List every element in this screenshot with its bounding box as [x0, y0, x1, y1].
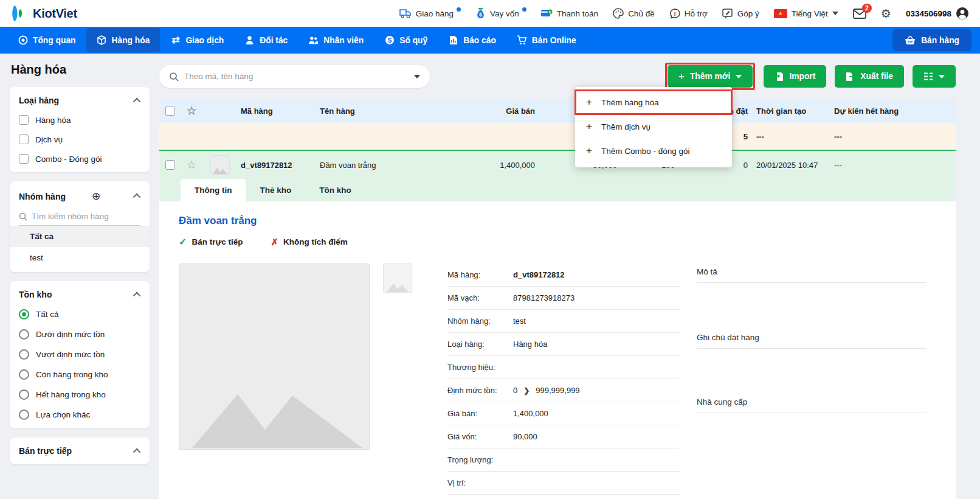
detail-right-fields: Mô tả Ghi chú đặt hàng Nhà cung cấp: [697, 263, 927, 495]
radio-in-stock[interactable]: Còn hàng trong kho: [19, 369, 140, 380]
tab-ton-kho[interactable]: Tồn kho: [305, 179, 365, 201]
select-all-checkbox[interactable]: [165, 106, 175, 116]
radio-over-max[interactable]: Vượt định mức tồn: [19, 349, 140, 360]
product-search-input[interactable]: [184, 72, 409, 81]
export-icon: [846, 72, 855, 82]
column-header-created[interactable]: Thời gian tạo: [754, 106, 832, 116]
tab-thong-tin[interactable]: Thông tin: [181, 179, 246, 201]
feedback-icon: [722, 9, 733, 19]
radio-stock-all[interactable]: Tất cả: [19, 309, 140, 319]
table-row-selected-product[interactable]: ☆ d_vt89172812 Đầm voan trắng 1,400,000 …: [159, 150, 956, 179]
column-header-out-of-stock[interactable]: Dự kiến hết hàng: [832, 106, 956, 116]
product-image-placeholder[interactable]: [179, 263, 370, 450]
nav-item-doi-tac[interactable]: Đối tác: [234, 27, 298, 54]
checkbox-icon[interactable]: [19, 115, 29, 125]
export-file-button[interactable]: Xuất file: [835, 65, 904, 88]
radio-icon[interactable]: [19, 329, 29, 340]
nav-item-so-quy[interactable]: S Sổ quỹ: [374, 27, 438, 54]
radio-out-of-stock[interactable]: Hết hàng trong kho: [19, 389, 140, 400]
nav-item-nhan-vien[interactable]: Nhân viên: [298, 27, 374, 54]
checkbox-icon[interactable]: [19, 154, 29, 164]
chevron-up-icon[interactable]: [133, 97, 141, 105]
kiotviet-logo[interactable]: KiotViet: [10, 4, 77, 23]
delivery-truck-icon: [399, 9, 412, 18]
star-column-icon[interactable]: ☆: [181, 104, 202, 117]
topbar-item-loan[interactable]: $ Vay vốn: [475, 8, 526, 19]
menu-item-add-product[interactable]: + Thêm hàng hóa: [575, 90, 732, 114]
radio-icon[interactable]: [19, 389, 29, 400]
online-cart-icon: [517, 35, 527, 46]
row-checkbox[interactable]: [165, 160, 175, 170]
svg-text:$: $: [479, 12, 482, 18]
radio-icon[interactable]: [19, 349, 29, 360]
radio-other[interactable]: Lựa chọn khác: [19, 410, 140, 420]
nav-item-ban-online[interactable]: Bán Online: [506, 27, 587, 54]
row-star-icon[interactable]: ☆: [181, 158, 202, 172]
sell-button[interactable]: Bán hàng: [892, 29, 971, 51]
column-header-sale-price[interactable]: Giá bán: [462, 106, 541, 116]
menu-item-add-combo[interactable]: + Thêm Combo - đóng gói: [575, 139, 732, 163]
column-settings-button[interactable]: [913, 65, 956, 88]
topbar-item-payment[interactable]: $ Thanh toán: [541, 9, 598, 18]
column-header-code[interactable]: Mã hàng: [238, 106, 317, 116]
topbar-item-theme[interactable]: Chủ đề: [613, 8, 655, 19]
topbar-item-feedback[interactable]: Góp ý: [722, 9, 759, 19]
checkbox-hang-hoa[interactable]: Hàng hóa: [19, 115, 140, 125]
language-selector[interactable]: ★ Tiếng Việt: [774, 9, 838, 18]
topbar-item-support[interactable]: ! Hỗ trợ: [669, 9, 708, 19]
table-summary-row: 5 --- ---: [159, 123, 956, 150]
field-description: Mô tả: [697, 267, 927, 283]
topbar-item-delivery[interactable]: Giao hàng: [399, 9, 461, 18]
nav-item-bao-cao[interactable]: Báo cáo: [438, 27, 506, 54]
stock-card-header[interactable]: Tồn kho: [19, 290, 140, 299]
add-new-button[interactable]: + Thêm mới: [668, 65, 753, 88]
group-card-header[interactable]: Nhóm hàng ⊕: [19, 190, 140, 203]
summary-created: ---: [754, 132, 832, 141]
field-supplier: Nhà cung cấp: [697, 397, 927, 413]
chevron-up-icon[interactable]: [133, 291, 141, 299]
radio-under-min[interactable]: Dưới định mức tồn: [19, 329, 140, 340]
money-bag-icon: $: [475, 8, 486, 19]
search-filter-caret-icon[interactable]: [414, 75, 420, 79]
radio-icon[interactable]: [19, 410, 29, 420]
add-group-icon[interactable]: ⊕: [92, 190, 100, 203]
checkbox-combo[interactable]: Combo - Đóng gói: [19, 154, 140, 164]
direct-sale-card-header[interactable]: Bán trực tiếp: [19, 446, 140, 456]
filter-card-group: Nhóm hàng ⊕ Tất cả test: [10, 181, 150, 272]
import-button[interactable]: Import: [764, 65, 826, 88]
topbar: KiotViet Giao hàng $ Vay vốn $ Thanh toá…: [0, 0, 980, 27]
group-item-test[interactable]: test: [10, 247, 150, 268]
chevron-down-icon: [832, 12, 838, 15]
nav-item-giao-dich[interactable]: ⇄ Giao dịch: [160, 27, 234, 54]
nav-item-tong-quan[interactable]: Tổng quan: [7, 27, 86, 54]
product-image-thumbnail[interactable]: [383, 263, 412, 293]
account-phone: 0334506998: [906, 9, 951, 18]
account-menu[interactable]: 0334506998: [906, 7, 969, 20]
svg-text:!: !: [674, 10, 675, 16]
group-search: [19, 206, 140, 226]
chevron-up-icon[interactable]: [133, 448, 141, 456]
messages-button[interactable]: 2: [853, 9, 866, 19]
checkbox-dich-vu[interactable]: Dịch vụ: [19, 134, 140, 144]
checkbox-icon[interactable]: [19, 134, 29, 144]
tab-the-kho[interactable]: Thẻ kho: [246, 179, 305, 201]
category-card-header[interactable]: Loại hàng: [19, 96, 140, 105]
chevron-up-icon[interactable]: [133, 194, 141, 201]
topbar-menu: Giao hàng $ Vay vốn $ Thanh toán Chủ đề …: [399, 7, 969, 21]
settings-button[interactable]: ⚙: [881, 7, 891, 21]
mail-badge: 2: [862, 4, 872, 13]
radio-selected-icon[interactable]: [19, 309, 29, 319]
nav-item-hang-hoa[interactable]: Hàng hóa: [86, 28, 160, 52]
row-out-of-stock: ---: [832, 161, 956, 170]
radio-icon[interactable]: [19, 369, 29, 380]
basket-icon: [905, 35, 916, 45]
group-item-all[interactable]: Tất cả: [10, 226, 150, 247]
detail-fields: Mã hàng: d_vt89172812 Mã vạch: 879812739…: [447, 263, 680, 495]
field-order-note: Ghi chú đặt hàng: [697, 333, 927, 349]
detail-badges: ✓ Bán trực tiếp ✗ Không tích điểm: [179, 236, 936, 248]
menu-item-add-service[interactable]: + Thêm dịch vụ: [575, 114, 732, 139]
plus-icon: +: [678, 71, 685, 83]
main-nav: Tổng quan Hàng hóa ⇄ Giao dịch Đối tác N…: [0, 27, 980, 54]
group-search-input[interactable]: [32, 212, 140, 221]
column-header-name[interactable]: Tên hàng: [317, 106, 462, 116]
